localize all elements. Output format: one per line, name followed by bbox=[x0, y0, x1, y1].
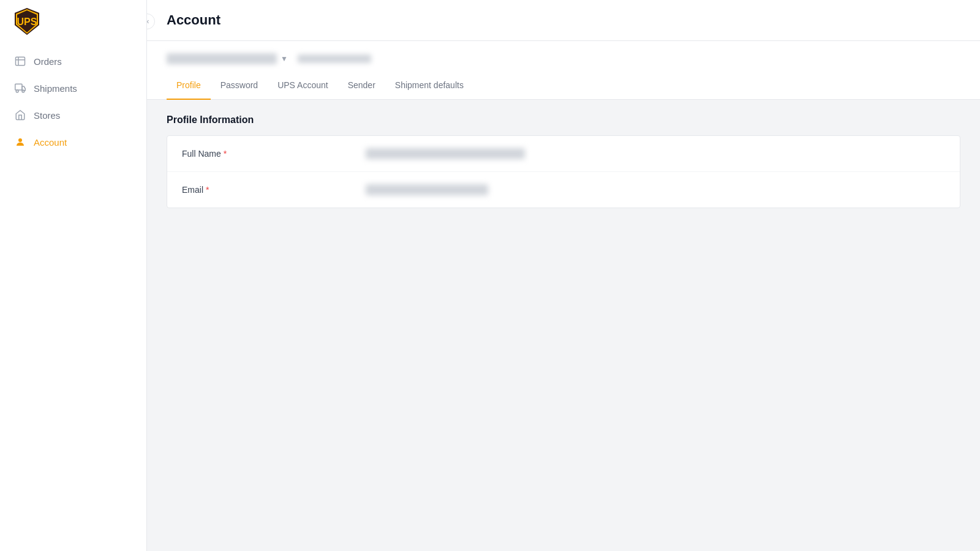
ups-logo-icon: UPS bbox=[12, 7, 42, 36]
sidebar-item-stores-label: Stores bbox=[34, 110, 60, 121]
email-blurred-value bbox=[366, 184, 488, 195]
sidebar-item-orders-label: Orders bbox=[34, 56, 62, 67]
profile-section-title: Profile Information bbox=[167, 114, 960, 126]
profile-form-card: Full Name * Email * bbox=[167, 135, 960, 208]
svg-text:UPS: UPS bbox=[17, 17, 37, 27]
profile-section: Profile Information Full Name * Email bbox=[147, 100, 980, 223]
main-content: « Account ▼ Profile Password bbox=[147, 0, 980, 551]
content-area: ▼ Profile Password UPS Account Sender bbox=[147, 41, 980, 551]
email-value-area bbox=[366, 184, 945, 195]
sidebar-item-account-label: Account bbox=[34, 137, 67, 148]
form-row-email: Email * bbox=[167, 172, 960, 208]
svg-point-10 bbox=[18, 138, 22, 142]
full-name-required-star: * bbox=[224, 149, 227, 159]
tab-shipment-defaults[interactable]: Shipment defaults bbox=[385, 72, 473, 100]
full-name-value-area bbox=[366, 148, 945, 159]
sidebar-item-shipments-label: Shipments bbox=[34, 83, 77, 94]
form-row-full-name: Full Name * bbox=[167, 136, 960, 172]
user-name-blurred bbox=[167, 53, 277, 64]
sidebar-item-account[interactable]: Account bbox=[0, 129, 146, 156]
sidebar-item-shipments[interactable]: Shipments bbox=[0, 75, 146, 102]
user-email-blurred bbox=[298, 54, 371, 63]
full-name-label: Full Name * bbox=[182, 149, 366, 159]
email-required-star: * bbox=[206, 185, 209, 195]
sidebar-nav: Orders Shipments Stores bbox=[0, 43, 146, 551]
sidebar-item-orders[interactable]: Orders bbox=[0, 48, 146, 75]
tab-ups-account[interactable]: UPS Account bbox=[268, 72, 338, 100]
user-selector-dropdown[interactable]: ▼ bbox=[167, 53, 288, 64]
account-icon bbox=[14, 136, 26, 148]
full-name-blurred-value bbox=[366, 148, 525, 159]
shipments-icon bbox=[14, 82, 26, 94]
account-container: ▼ Profile Password UPS Account Sender bbox=[147, 41, 980, 100]
tab-sender[interactable]: Sender bbox=[338, 72, 385, 100]
page-title: Account bbox=[167, 12, 960, 28]
svg-rect-7 bbox=[15, 84, 22, 90]
sidebar: UPS Orders Shipments bbox=[0, 0, 147, 551]
svg-point-9 bbox=[22, 90, 24, 92]
sidebar-logo: UPS bbox=[0, 0, 146, 43]
tab-password[interactable]: Password bbox=[211, 72, 268, 100]
svg-point-8 bbox=[16, 90, 18, 92]
user-selector-bar: ▼ bbox=[147, 41, 980, 64]
orders-icon bbox=[14, 55, 26, 67]
stores-icon bbox=[14, 109, 26, 121]
dropdown-arrow-icon: ▼ bbox=[281, 54, 288, 63]
chevron-left-icon: « bbox=[147, 17, 149, 26]
tabs-bar: Profile Password UPS Account Sender Ship… bbox=[147, 72, 980, 100]
email-label: Email * bbox=[182, 185, 366, 195]
sidebar-item-stores[interactable]: Stores bbox=[0, 102, 146, 129]
tab-profile[interactable]: Profile bbox=[167, 72, 211, 100]
page-header: Account bbox=[147, 0, 980, 41]
svg-rect-4 bbox=[16, 57, 25, 66]
